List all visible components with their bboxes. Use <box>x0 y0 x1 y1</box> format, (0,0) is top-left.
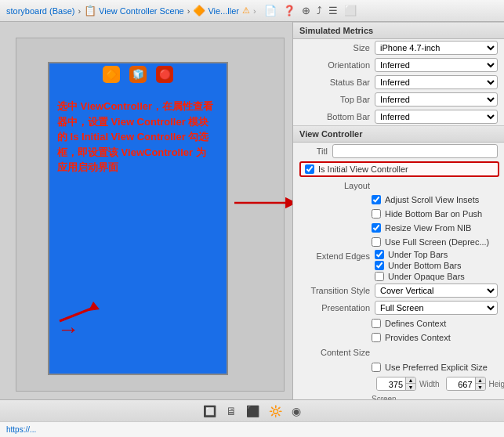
sep1: › <box>78 6 81 16</box>
width-dim-label: Width <box>419 380 440 388</box>
right-panel: Simulated Metrics Size iPhone 4.7-inch O… <box>292 22 504 399</box>
grid-icon[interactable]: ⬜ <box>344 5 357 16</box>
url-bar: https://... <box>0 421 504 437</box>
provides-context-checkbox[interactable] <box>372 333 381 342</box>
bottom-bar-label: Bottom Bar <box>299 112 370 121</box>
transition-style-select[interactable]: Cover Vertical <box>375 284 498 298</box>
defines-context-label: Defines Context <box>385 319 446 328</box>
is-initial-checkbox[interactable] <box>305 164 314 174</box>
help-icon[interactable]: ❓ <box>283 5 296 16</box>
width-down-button[interactable]: ▼ <box>406 384 415 390</box>
scene-crumb[interactable]: View Controller Scene <box>99 6 184 16</box>
under-opaque-bars-label: Under Opaque Bars <box>388 272 465 281</box>
hide-bottom-bar-checkbox[interactable] <box>372 209 381 218</box>
use-full-screen-checkbox[interactable] <box>372 237 381 247</box>
bottom-icon-4[interactable]: 🔆 <box>269 405 282 417</box>
defines-context-row: Defines Context <box>293 316 504 330</box>
bottom-bar-row: Bottom Bar Inferred <box>293 108 504 125</box>
width-input[interactable] <box>377 377 405 391</box>
bottom-icon-5[interactable]: ◉ <box>292 405 301 417</box>
status-bar-select[interactable]: Inferred <box>375 75 498 89</box>
under-opaque-bars-checkbox[interactable] <box>375 272 384 281</box>
bottom-bar-control[interactable]: Inferred <box>375 110 498 124</box>
is-initial-label: Is Initial View Controller <box>318 164 408 174</box>
provides-context-row: Provides Context <box>293 330 504 345</box>
add-icon[interactable]: ⊕ <box>302 5 310 16</box>
resize-view-row: Resize View From NIB <box>293 221 504 235</box>
list-icon[interactable]: ☰ <box>328 5 338 16</box>
under-bottom-bars-label: Under Bottom Bars <box>388 261 462 270</box>
under-bottom-bars-checkbox[interactable] <box>375 261 384 270</box>
height-down-button[interactable]: ▼ <box>476 384 485 390</box>
under-top-bars-checkbox[interactable] <box>375 250 384 259</box>
annotation-text: 选中 ViewController，在属性查看器中，设置 View Contro… <box>57 99 219 175</box>
warning-icon: ⚠ <box>242 5 250 16</box>
simulated-metrics-header: Simulated Metrics <box>293 22 504 39</box>
height-steppers: ▲ ▼ <box>475 377 485 390</box>
extend-edges-label: Extend Edges <box>299 251 370 261</box>
status-bar-label: Status Bar <box>299 78 370 87</box>
resize-view-label: Resize View From NIB <box>385 223 471 233</box>
top-bar-select[interactable]: Inferred <box>375 92 498 107</box>
width-steppers: ▲ ▼ <box>405 377 415 390</box>
share-icon[interactable]: ⤴ <box>317 5 322 16</box>
height-input[interactable] <box>447 377 475 391</box>
bottom-icon-2[interactable]: 🖥 <box>226 405 237 417</box>
transition-style-control[interactable]: Cover Vertical <box>375 284 498 298</box>
vc-icon-cube: 🧊 <box>129 66 147 83</box>
layout-label: Layout <box>299 181 370 190</box>
presentation-control[interactable]: Full Screen <box>375 301 498 315</box>
orientation-select[interactable]: Inferred <box>375 58 498 72</box>
vc-icon-orange: 🔶 <box>103 66 120 83</box>
new-file-icon[interactable]: 📄 <box>264 5 277 16</box>
defines-context-checkbox[interactable] <box>372 319 381 328</box>
width-input-group: ▲ ▼ <box>376 377 416 391</box>
status-bar-row: Status Bar Inferred <box>293 74 504 91</box>
top-bar-control[interactable]: Inferred <box>375 92 498 107</box>
adjust-scroll-checkbox[interactable] <box>372 195 381 204</box>
width-up-button[interactable]: ▲ <box>406 377 415 384</box>
dimensions-row: ▲ ▼ Width ▲ ▼ Height <box>293 374 504 393</box>
bottom-icon-3[interactable]: ⬛ <box>246 405 259 417</box>
title-row: Titl <box>293 143 504 160</box>
bottom-icon-1[interactable]: 🔲 <box>203 405 216 417</box>
canvas-content: 🔶 🧊 🔴 选中 ViewController，在属性查看器中，设置 View … <box>16 38 285 392</box>
resize-view-checkbox[interactable] <box>372 223 381 233</box>
status-bar-control[interactable]: Inferred <box>375 75 498 89</box>
hide-bottom-bar-label: Hide Bottom Bar on Push <box>385 209 482 218</box>
height-spinner: ▲ ▼ Height <box>446 377 504 391</box>
height-input-group: ▲ ▼ <box>446 377 486 391</box>
screen-labels-row: Screen <box>293 393 504 399</box>
breadcrumb-bar: storyboard (Base) › 📋 View Controller Sc… <box>0 0 504 22</box>
size-select[interactable]: iPhone 4.7-inch <box>375 41 498 55</box>
use-preferred-checkbox[interactable] <box>372 363 381 372</box>
title-input[interactable] <box>332 144 498 158</box>
transition-style-label: Transition Style <box>299 286 370 295</box>
top-bar-label: Top Bar <box>299 95 370 104</box>
bottom-bar-select[interactable]: Inferred <box>375 110 498 124</box>
title-label: Titl <box>299 146 328 156</box>
presentation-select[interactable]: Full Screen <box>375 301 498 315</box>
red-arrow-annotation <box>234 195 292 212</box>
transition-style-row: Transition Style Cover Vertical <box>293 282 504 299</box>
orientation-row: Orientation Inferred <box>293 56 504 74</box>
canvas-area: 🔶 🧊 🔴 选中 ViewController，在属性查看器中，设置 View … <box>0 22 292 399</box>
height-up-button[interactable]: ▲ <box>476 377 485 384</box>
view-controller-header: View Controller <box>293 125 504 143</box>
height-dim-label: Height <box>489 380 504 388</box>
use-full-screen-row: Use Full Screen (Deprec...) <box>293 235 504 249</box>
extend-edges-checks: Under Top Bars Under Bottom Bars Under O… <box>375 250 465 281</box>
use-preferred-row: Use Preferred Explicit Size <box>293 360 504 374</box>
use-full-screen-label: Use Full Screen (Deprec...) <box>385 237 489 247</box>
size-row: Size iPhone 4.7-inch <box>293 39 504 56</box>
presentation-label: Presentation <box>299 303 370 312</box>
orientation-control[interactable]: Inferred <box>375 58 498 72</box>
right-arrow: → <box>57 317 79 342</box>
use-preferred-label: Use Preferred Explicit Size <box>385 363 488 372</box>
vc-crumb[interactable]: Vie...ller <box>208 6 239 16</box>
adjust-scroll-label: Adjust Scroll View Insets <box>385 195 479 204</box>
size-control[interactable]: iPhone 4.7-inch <box>375 41 498 55</box>
orientation-label: Orientation <box>299 60 370 70</box>
storyboard-crumb[interactable]: storyboard (Base) <box>6 6 74 16</box>
extend-edges-row: Extend Edges Under Top Bars Under Bottom… <box>293 249 504 282</box>
